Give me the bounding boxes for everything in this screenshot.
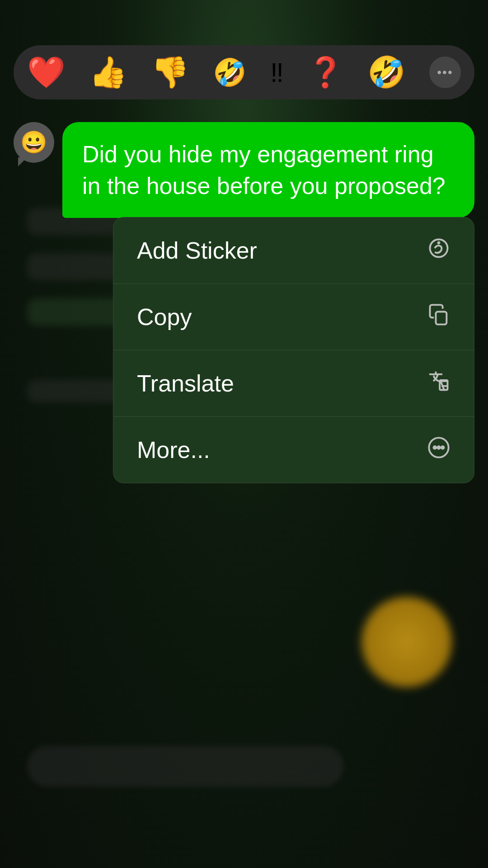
reaction-more-button[interactable]: ••• [429, 57, 461, 88]
reaction-rofl[interactable]: 🤣 [367, 54, 406, 90]
add-sticker-label: Add Sticker [137, 237, 257, 264]
add-sticker-icon [427, 236, 450, 264]
svg-point-7 [437, 446, 440, 448]
more-icon [427, 436, 450, 464]
translate-icon [427, 369, 450, 397]
background-circle [361, 597, 452, 687]
message-area: 😀 Did you hide my engagement ring in the… [14, 122, 474, 218]
context-menu: Add Sticker Copy Translate [113, 217, 474, 483]
reaction-exclamation[interactable]: ‼️ [270, 57, 284, 88]
translate-menu-item[interactable]: Translate [113, 350, 474, 417]
copy-label: Copy [137, 303, 192, 330]
avatar: 😀 [14, 122, 54, 163]
reaction-question[interactable]: ❓ [307, 55, 344, 90]
svg-point-6 [434, 446, 436, 448]
more-menu-item[interactable]: More... [113, 417, 474, 483]
reaction-haha[interactable]: 🤣 [213, 57, 247, 89]
copy-icon [427, 303, 450, 331]
reaction-bar: ❤️ 👍 👎 🤣 ‼️ ❓ 🤣 ••• [14, 45, 474, 99]
add-sticker-menu-item[interactable]: Add Sticker [113, 217, 474, 284]
avatar-emoji: 😀 [20, 130, 47, 155]
reaction-heart[interactable]: ❤️ [27, 54, 66, 90]
copy-menu-item[interactable]: Copy [113, 284, 474, 350]
svg-rect-3 [436, 312, 447, 325]
translate-label: Translate [137, 370, 234, 397]
reaction-more-icon: ••• [437, 65, 453, 80]
svg-point-8 [441, 446, 444, 448]
reaction-thumbs-up[interactable]: 👍 [89, 54, 127, 90]
message-text: Did you hide my engagement ring in the h… [82, 141, 446, 199]
more-label: More... [137, 436, 210, 463]
blurred-input-bar [27, 746, 343, 787]
reaction-thumbs-down[interactable]: 👎 [151, 54, 189, 90]
message-bubble: Did you hide my engagement ring in the h… [62, 122, 474, 218]
